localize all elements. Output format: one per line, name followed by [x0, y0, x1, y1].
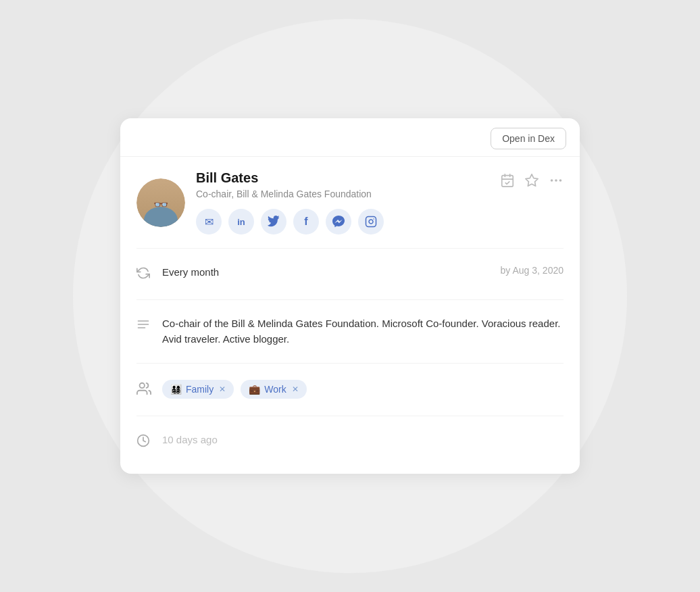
profile-section: Bill Gates Co-chair, Bill & Melinda Gate…: [136, 170, 564, 235]
tag-work-close[interactable]: ✕: [292, 385, 299, 394]
tag-work-emoji: 💼: [249, 384, 260, 395]
background-circle: Open in Dex Bill Gates Co-chair, Bill & …: [73, 19, 627, 573]
open-in-dex-button[interactable]: Open in Dex: [491, 128, 566, 149]
reminder-date: by Aug 3, 2020: [501, 265, 564, 276]
svg-rect-2: [502, 176, 514, 187]
profile-info: Bill Gates Co-chair, Bill & Melinda Gate…: [196, 170, 384, 235]
tags-container: 👨‍👩‍👧‍👦 Family ✕ 💼 Work ✕: [162, 380, 307, 399]
divider-4: [136, 416, 564, 416]
svg-marker-6: [526, 174, 538, 186]
tag-work[interactable]: 💼 Work ✕: [241, 380, 306, 399]
messenger-social-button[interactable]: [326, 209, 351, 235]
notes-row: Co-chair of the Bill & Melinda Gates Fou…: [136, 310, 564, 353]
notes-icon: [136, 318, 153, 335]
star-icon-button[interactable]: [524, 173, 539, 188]
divider-3: [136, 363, 564, 364]
last-updated-row: 10 days ago: [136, 426, 564, 458]
tag-family[interactable]: 👨‍👩‍👧‍👦 Family ✕: [162, 380, 234, 399]
social-icons-row: ✉ in f: [196, 209, 384, 235]
contact-name: Bill Gates: [196, 170, 384, 186]
profile-actions: [500, 173, 564, 188]
svg-point-9: [559, 179, 562, 182]
card-header: Open in Dex: [120, 118, 580, 157]
more-options-icon-button[interactable]: [549, 173, 564, 188]
groups-icon: [136, 381, 153, 399]
facebook-social-button[interactable]: f: [293, 209, 319, 235]
avatar: [136, 178, 185, 227]
tag-family-label: Family: [186, 384, 214, 395]
tags-row: 👨‍👩‍👧‍👦 Family ✕ 💼 Work ✕: [136, 373, 564, 406]
svg-point-7: [551, 179, 553, 182]
card-body: Bill Gates Co-chair, Bill & Melinda Gate…: [120, 157, 580, 474]
email-social-button[interactable]: ✉: [196, 209, 222, 235]
sync-icon: [136, 266, 153, 283]
contact-card: Open in Dex Bill Gates Co-chair, Bill & …: [120, 118, 580, 474]
tag-work-label: Work: [264, 384, 286, 395]
avatar-image: [136, 178, 185, 227]
notes-text: Co-chair of the Bill & Melinda Gates Fou…: [162, 316, 564, 347]
last-updated-text: 10 days ago: [162, 433, 564, 448]
svg-point-8: [555, 179, 557, 182]
calendar-icon-button[interactable]: [500, 173, 515, 188]
contact-title: Co-chair, Bill & Melinda Gates Foundatio…: [196, 189, 384, 199]
tag-family-close[interactable]: ✕: [219, 385, 226, 394]
instagram-social-button[interactable]: [358, 209, 384, 235]
divider-2: [136, 299, 564, 300]
twitter-social-button[interactable]: [261, 209, 286, 235]
reminder-frequency: Every month: [162, 265, 491, 280]
reminder-row: Every month by Aug 3, 2020: [136, 258, 564, 290]
svg-point-13: [140, 383, 145, 388]
svg-rect-0: [366, 217, 376, 227]
linkedin-social-button[interactable]: in: [228, 209, 254, 235]
divider-1: [136, 248, 564, 249]
profile-left: Bill Gates Co-chair, Bill & Melinda Gate…: [136, 170, 384, 235]
tag-family-emoji: 👨‍👩‍👧‍👦: [170, 384, 182, 395]
clock-icon: [136, 434, 153, 451]
